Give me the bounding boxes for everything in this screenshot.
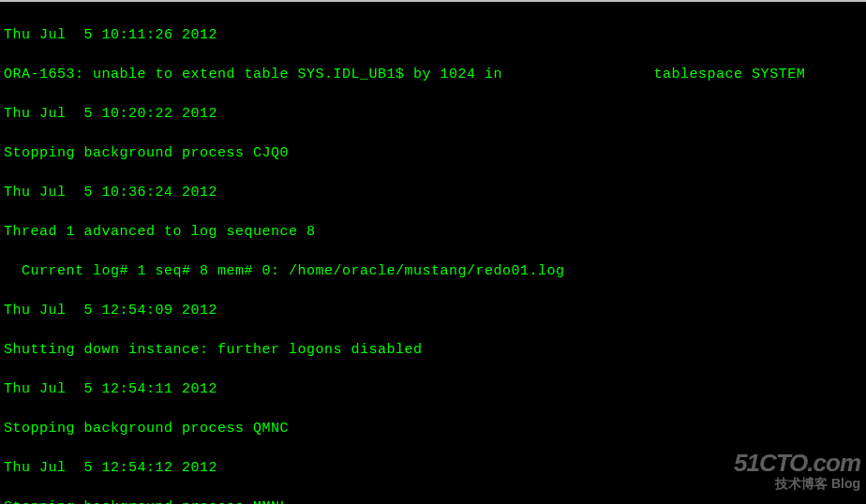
log-line: Stopping background process CJQ0 [4,143,862,163]
log-line: Thread 1 advanced to log sequence 8 [4,222,862,242]
log-line: Stopping background process QMNC [4,419,862,438]
log-line: Thu Jul 5 10:20:22 2012 [4,104,862,124]
log-line: ORA-1653: unable to extend table SYS.IDL… [4,65,862,84]
log-line: Shutting down instance: further logons d… [4,340,862,360]
log-line: Thu Jul 5 12:54:09 2012 [4,301,862,320]
terminal-output: Thu Jul 5 10:11:26 2012 ORA-1653: unable… [0,0,866,504]
log-line: Thu Jul 5 10:36:24 2012 [4,183,862,202]
log-line: Thu Jul 5 12:54:11 2012 [4,379,862,399]
log-line: Current log# 1 seq# 8 mem# 0: /home/orac… [4,261,862,281]
log-line: Thu Jul 5 12:54:12 2012 [4,458,862,478]
log-line: Stopping background process MMNL [4,497,862,504]
log-line: Thu Jul 5 10:11:26 2012 [4,25,862,45]
